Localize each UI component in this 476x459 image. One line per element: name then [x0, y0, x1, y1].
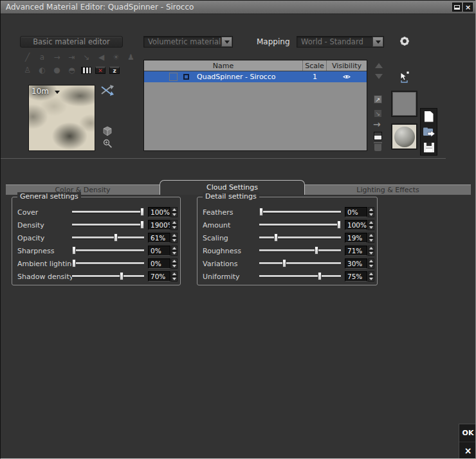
export-material-button[interactable]: ↗ — [374, 95, 382, 104]
minimize-button[interactable] — [452, 3, 462, 12]
slider-track[interactable] — [72, 211, 144, 213]
spin-up-button[interactable] — [171, 258, 178, 264]
spin-up-button[interactable] — [368, 207, 374, 212]
slider-thumb[interactable] — [259, 208, 263, 216]
spin-down-button[interactable] — [171, 264, 178, 269]
dome-icon[interactable]: ◓ — [64, 65, 79, 76]
slider-thumb[interactable] — [140, 221, 144, 229]
slider-value[interactable]: 19% — [345, 233, 367, 243]
spin-down-button[interactable] — [368, 238, 374, 243]
tab-lighting-effects[interactable]: Lighting & Effects — [305, 184, 471, 195]
sunlight-icon[interactable]: ☀ — [109, 52, 124, 63]
walking-person-icon[interactable]: ♙ — [20, 65, 35, 76]
mapping-arrow-button[interactable] — [372, 37, 383, 47]
slider-value[interactable]: 0% — [345, 207, 367, 217]
spin-up-button[interactable] — [368, 258, 374, 264]
slider-thumb[interactable] — [274, 233, 278, 242]
spin-up-button[interactable] — [171, 271, 178, 276]
material-type-arrow-button[interactable] — [221, 37, 232, 47]
slider-track[interactable] — [259, 262, 341, 265]
settings-gear-icon[interactable] — [398, 35, 411, 48]
slider-track[interactable] — [72, 224, 144, 226]
slider-thumb[interactable] — [318, 272, 322, 280]
slider-value[interactable]: 75% — [345, 271, 367, 282]
arrow-right-icon[interactable]: → — [50, 52, 64, 63]
slider-value[interactable]: 100% — [345, 220, 367, 230]
spin-down-button[interactable] — [171, 225, 178, 230]
visibility-eye-icon[interactable] — [327, 74, 367, 80]
slider-thumb[interactable] — [337, 221, 341, 229]
mapping-dropdown[interactable]: World - Standard — [297, 36, 384, 48]
material-checkbox[interactable] — [183, 74, 189, 80]
select-cursor-icon[interactable]: ◀ — [94, 52, 109, 63]
slider-track[interactable] — [72, 249, 144, 252]
slider-track[interactable] — [259, 224, 341, 226]
drop-to-surface-icon[interactable]: ↘ — [79, 52, 94, 63]
ok-button[interactable]: OK — [459, 424, 476, 442]
slider-value[interactable]: 0% — [148, 258, 170, 269]
material-type-dropdown[interactable]: Volumetric material — [143, 36, 233, 48]
spin-up-button[interactable] — [368, 271, 374, 276]
half-sphere-icon[interactable]: ◐ — [35, 65, 50, 76]
slider-value[interactable]: 30% — [345, 258, 367, 269]
slider-value[interactable]: 100% — [148, 207, 170, 217]
import-material-button[interactable]: ↘ — [374, 109, 382, 118]
spin-up-button[interactable] — [171, 246, 178, 251]
move-up-button[interactable] — [375, 63, 383, 68]
zoom-in-magnifier-icon[interactable] — [103, 139, 113, 151]
slider-track[interactable] — [72, 262, 144, 265]
slider-thumb[interactable] — [315, 246, 318, 255]
basic-material-editor-button[interactable]: Basic material editor — [20, 36, 123, 48]
save-material-button[interactable] — [374, 132, 382, 140]
titlebar[interactable]: Advanced Material Editor: QuadSpinner - … — [1, 0, 475, 14]
spin-down-button[interactable] — [368, 276, 374, 282]
spin-down-button[interactable] — [368, 225, 374, 230]
spin-down-button[interactable] — [368, 264, 374, 269]
snap-to-edge-icon[interactable]: ⇥ — [64, 52, 79, 63]
preview-scale-label[interactable]: 10m — [32, 87, 49, 96]
spin-down-button[interactable] — [171, 276, 178, 282]
spin-down-button[interactable] — [171, 251, 178, 256]
slider-value[interactable]: 0% — [148, 246, 170, 256]
sphere-icon[interactable]: ● — [50, 65, 64, 76]
slider-value[interactable]: 71% — [345, 246, 367, 256]
shuffle-randomize-icon[interactable] — [100, 84, 114, 99]
render-disabled-icon[interactable]: ✕ — [95, 66, 105, 74]
materials-list-body[interactable]: QuadSpinner - Sirocco1 — [144, 71, 367, 150]
render-z-icon[interactable]: z — [109, 66, 120, 74]
slider-thumb[interactable] — [72, 246, 76, 255]
close-button[interactable]: × — [463, 3, 473, 12]
draw-line-icon[interactable]: ╱ — [20, 52, 35, 63]
text-icon[interactable]: a — [35, 52, 50, 63]
slider-thumb[interactable] — [114, 233, 118, 242]
delete-material-button[interactable] — [374, 144, 381, 151]
spin-up-button[interactable] — [171, 207, 178, 212]
drag-drop-material-icon[interactable] — [399, 71, 410, 86]
material-sphere-preview[interactable] — [391, 123, 417, 150]
slider-track[interactable] — [259, 211, 341, 213]
apply-arrow-icon[interactable]: → — [373, 119, 381, 129]
cancel-button[interactable]: × — [459, 442, 476, 459]
material-texture-preview[interactable]: 10m — [28, 85, 95, 151]
figure-light-icon[interactable]: ♟ — [124, 52, 138, 63]
slider-value[interactable]: 1900% — [148, 220, 170, 230]
new-material-button[interactable] — [421, 109, 437, 124]
slider-value[interactable]: 61% — [148, 233, 170, 243]
slider-track[interactable] — [259, 275, 341, 278]
save-as-button[interactable] — [421, 140, 437, 155]
slider-track[interactable] — [72, 237, 144, 239]
spin-up-button[interactable] — [368, 233, 374, 238]
move-down-button[interactable] — [375, 74, 383, 79]
spin-up-button[interactable] — [171, 220, 178, 225]
slider-thumb[interactable] — [72, 259, 76, 267]
slider-track[interactable] — [259, 249, 341, 252]
load-material-button[interactable] — [421, 124, 437, 140]
slider-thumb[interactable] — [282, 259, 286, 267]
slider-value[interactable]: 70% — [148, 271, 170, 282]
spin-down-button[interactable] — [368, 212, 374, 217]
slider-thumb[interactable] — [140, 208, 144, 216]
slider-track[interactable] — [72, 275, 144, 278]
spin-up-button[interactable] — [368, 246, 374, 251]
preview-scale-dropdown-icon[interactable] — [55, 91, 60, 94]
spin-down-button[interactable] — [171, 238, 178, 243]
